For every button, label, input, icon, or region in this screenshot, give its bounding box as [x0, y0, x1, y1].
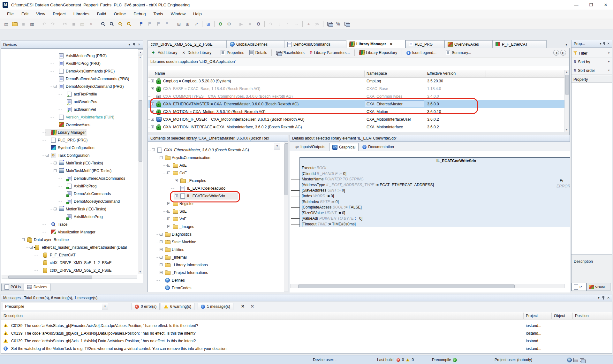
- devices-vertical-scrollbar[interactable]: ▲ ▼: [138, 55, 142, 274]
- library-row-cxa-motioninterfaceuser[interactable]: +CXA_MOTION_IF_USER = CXA_MotionInterfac…: [148, 116, 564, 123]
- tree-item-register[interactable]: +Register: [148, 200, 284, 208]
- errors-filter-button[interactable]: 0 error(s): [132, 303, 160, 310]
- column-separator[interactable]: [572, 313, 573, 319]
- properties-tab-visuali[interactable]: Visuali...: [587, 283, 610, 291]
- properties-close-icon[interactable]: ✕: [607, 42, 610, 45]
- tree-item-ethercat-master-instances-ethercatmaster-datal[interactable]: -ethercat_master_instances_ethercatmaste…: [1, 244, 138, 251]
- message-row-1[interactable]: C0139: The code 'arAxisStatus_gb[Encoder…: [1, 322, 612, 330]
- devices-quick-dropdown-button[interactable]: ▼: [138, 49, 143, 55]
- tree-item-demobufferedaxiscommands-prg[interactable]: DemoBufferedAxisCommands (PRG): [1, 75, 138, 83]
- expander-icon[interactable]: -: [54, 169, 57, 172]
- tree-item-motiontask-iec-tasks[interactable]: -MotionTask (IEC-Tasks): [1, 205, 138, 213]
- contents-root-dropdown-button[interactable]: ▼: [274, 143, 280, 149]
- message-category-combobox[interactable]: Precompile ▼: [3, 303, 108, 310]
- library-parameters-button[interactable]: PLibrary Parameters...: [307, 49, 352, 56]
- scroll-down-icon[interactable]: ▼: [565, 129, 569, 131]
- expander-icon[interactable]: +: [151, 118, 154, 121]
- devices-menu-chevron-icon[interactable]: ▾: [129, 43, 130, 46]
- tree-item-overviewaxes[interactable]: OverviewAxes: [1, 121, 138, 129]
- status-network-icon[interactable]: [567, 358, 572, 362]
- tree-item-symbol-configuration[interactable]: Symbol Configuration: [1, 144, 138, 152]
- tree-item-il-ecatcoewritesdo[interactable]: +IL_ECATCoeWriteSdo: [148, 192, 284, 200]
- expander-icon[interactable]: +: [160, 271, 163, 274]
- expander-icon[interactable]: -: [167, 171, 170, 174]
- tree-item-demoaxiscommands-prg[interactable]: DemoAxisCommands (PRG): [1, 67, 138, 75]
- nav-forward-button[interactable]: ▶: [560, 50, 566, 56]
- menu-online[interactable]: Online: [110, 10, 130, 19]
- tab-overviewaxes[interactable]: OverviewAxes: [444, 40, 492, 48]
- tree-item-project-informations[interactable]: +_Project Informations: [148, 269, 284, 277]
- tree-item-actgearinvel[interactable]: actGearInVel: [1, 106, 138, 113]
- export-button[interactable]: ↗: [192, 20, 200, 28]
- column-header-object[interactable]: Object: [554, 314, 565, 318]
- details-tab-inputs-outputs[interactable]: ⇄Inputs/Outputs: [292, 143, 329, 151]
- open-project-button[interactable]: [11, 20, 19, 28]
- display-mode-button[interactable]: %: [334, 20, 342, 28]
- tree-item-actgearinpos[interactable]: actGearInPos: [1, 98, 138, 106]
- dual-view-button[interactable]: [343, 20, 351, 28]
- icon-legend-button[interactable]: Icon Legend...: [404, 49, 439, 56]
- add-library-button[interactable]: Add Library: [150, 49, 179, 56]
- table-options-button[interactable]: ⊞: [184, 20, 192, 28]
- compile-button[interactable]: ⚙: [216, 20, 224, 28]
- expander-icon[interactable]: +: [160, 233, 163, 236]
- nav-back-button[interactable]: ◀: [553, 50, 559, 56]
- expander-icon[interactable]: +: [151, 110, 154, 113]
- expander-icon[interactable]: -: [22, 238, 25, 241]
- tab-p-f-ethercat[interactable]: P_F_EtherCAT: [492, 40, 547, 48]
- tree-item-errorcodes[interactable]: ErrorCodes: [148, 284, 284, 292]
- tree-item-acycliccommunication[interactable]: -AcyclicCommunication: [148, 154, 284, 162]
- tree-item-diagnostics[interactable]: +Diagnostics: [148, 231, 284, 238]
- library-row-cxa-motion[interactable]: +CXA_MOTION = CXA_Motion, 3.6.0.10 (Bosc…: [148, 108, 564, 116]
- expander-icon[interactable]: +: [160, 256, 163, 259]
- menu-build[interactable]: Build: [93, 10, 110, 19]
- tree-item-p-f-ethercat[interactable]: P_F_EtherCAT: [1, 251, 138, 259]
- messages-filter-button[interactable]: 1 message(s): [198, 303, 233, 310]
- message-row-3[interactable]: C0139: The code 'arAxisStatus_gb[Axis_1.…: [1, 337, 612, 345]
- filter-dropdown[interactable]: Filter▼: [571, 49, 612, 57]
- chevron-down-icon[interactable]: ▼: [608, 69, 610, 72]
- combo-dropdown-icon[interactable]: ▼: [102, 303, 108, 310]
- tree-item-demoaxiscommands[interactable]: DemoAxisCommands: [1, 190, 138, 198]
- column-header-name[interactable]: Name: [155, 71, 165, 76]
- details-tab-graphical[interactable]: Graphical: [329, 143, 359, 151]
- message-row-4[interactable]: Set the watchdog of the MotionTask to e.…: [1, 345, 612, 353]
- find-replace-button[interactable]: [108, 20, 116, 28]
- expander-icon[interactable]: -: [46, 154, 49, 157]
- menu-window[interactable]: Window: [167, 10, 189, 19]
- devices-close-icon[interactable]: ✕: [138, 43, 140, 46]
- column-header-namespace[interactable]: Namespace: [367, 71, 387, 76]
- tree-item-examples[interactable]: +_Examples: [148, 177, 284, 185]
- paste-table-button[interactable]: ⊞: [175, 20, 183, 28]
- placeholders-button[interactable]: Placeholders: [274, 49, 306, 56]
- messages-close-icon[interactable]: ✕: [607, 296, 610, 300]
- tree-item-internal[interactable]: +_Internal: [148, 254, 284, 261]
- tab-ctrlx-drive-xmd-soe-2-2-fsoe[interactable]: ctrlX_DRIVE_XMD_SoE_2_2_FSoE: [148, 40, 227, 48]
- library-row-cxa-ethercatmaster[interactable]: +CXA_ETHERCATMASTER = CXA_EthercatMaster…: [148, 100, 564, 108]
- expander-icon[interactable]: +: [167, 225, 170, 228]
- messages-menu-chevron-icon[interactable]: ▾: [598, 296, 600, 300]
- expander-icon[interactable]: +: [160, 263, 163, 266]
- properties-pin-icon[interactable]: [603, 42, 606, 46]
- generate-code-button[interactable]: ⚙: [225, 20, 233, 28]
- tree-item-actflexprofile[interactable]: actFlexProfile: [1, 90, 138, 98]
- expander-icon[interactable]: +: [167, 210, 170, 213]
- expander-icon[interactable]: +: [151, 125, 154, 128]
- tree-item-plc-prg-prg[interactable]: PLC_PRG (PRG): [1, 136, 138, 144]
- tree-item-utilities[interactable]: +Utilities: [148, 246, 284, 254]
- expander-icon[interactable]: +: [175, 194, 178, 197]
- find-button[interactable]: [99, 20, 107, 28]
- expander-icon[interactable]: +: [167, 217, 170, 220]
- properties-tab-p[interactable]: P...: [571, 283, 587, 291]
- expander-icon[interactable]: +: [167, 202, 170, 205]
- devices-pin-icon[interactable]: [132, 43, 136, 47]
- library-row-cmplog[interactable]: +CmpLog = CmpLog, 3.5.20.30 (System)CmpL…: [148, 77, 564, 85]
- print-button[interactable]: ▦: [28, 20, 36, 28]
- contents-scrollbar[interactable]: [284, 142, 288, 292]
- delete-library-button[interactable]: Delete Library: [180, 49, 214, 56]
- tree-item-library-manager[interactable]: Library Manager: [1, 129, 138, 136]
- tree-item-axisifmotionprog[interactable]: AxisIfMotionProg: [1, 213, 138, 221]
- library-table-scrollbar[interactable]: ▲ ▼: [564, 70, 569, 132]
- tree-item-version-axisinterface-fun[interactable]: Version_AxisInterface (FUN): [1, 113, 138, 121]
- expander-icon[interactable]: +: [167, 164, 170, 167]
